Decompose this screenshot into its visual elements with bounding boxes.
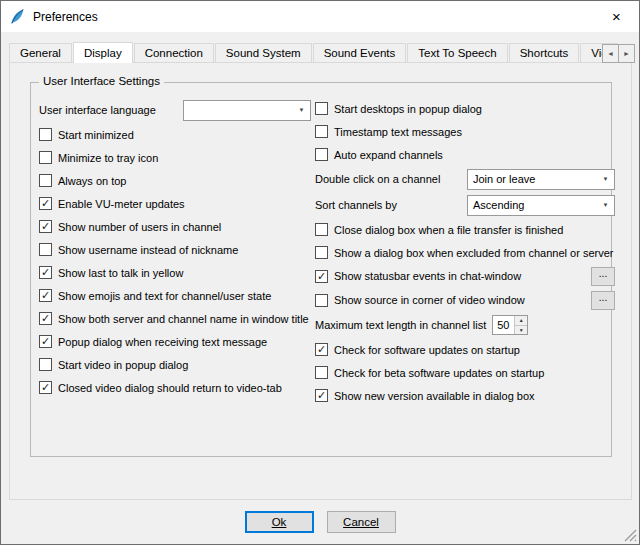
check-icon: ✓: [317, 271, 326, 282]
check-icon: ✓: [41, 336, 50, 347]
checkbox-row-emojis[interactable]: ✓ Show emojis and text for channel/user …: [39, 284, 311, 307]
checkbox-row-always-on-top[interactable]: ✓ Always on top: [39, 169, 311, 192]
checkbox-label: Always on top: [58, 175, 126, 187]
check-icon: ✓: [41, 382, 50, 393]
checkbox[interactable]: ✓: [39, 151, 52, 164]
checkbox-row-new-version-dialog[interactable]: ✓ Show new version available in dialog b…: [315, 384, 615, 407]
checkbox[interactable]: ✓: [39, 289, 52, 302]
checkbox-label: Show new version available in dialog box: [334, 390, 535, 402]
checkbox-label: Popup dialog when receiving text message: [58, 336, 267, 348]
checkbox-row-popup-text-message[interactable]: ✓ Popup dialog when receiving text messa…: [39, 330, 311, 353]
checkbox-label: Show a dialog box when excluded from cha…: [334, 247, 613, 259]
checkbox-row-minimize-to-tray[interactable]: ✓ Minimize to tray icon: [39, 146, 311, 169]
left-column: User interface language ▼ ✓ Start minimi…: [39, 97, 311, 399]
checkbox-label: Start desktops in popup dialog: [334, 103, 482, 115]
tab-display[interactable]: Display: [73, 42, 133, 63]
video-source-more-button[interactable]: ...: [591, 291, 615, 310]
checkbox-row-check-beta-updates[interactable]: ✓ Check for beta software updates on sta…: [315, 361, 615, 384]
checkbox[interactable]: ✓: [39, 358, 52, 371]
tab-sound-system[interactable]: Sound System: [215, 43, 312, 62]
check-icon: ✓: [41, 267, 50, 278]
checkbox-label: Timestamp text messages: [334, 126, 462, 138]
checkbox[interactable]: ✓: [39, 174, 52, 187]
checkbox[interactable]: ✓: [39, 128, 52, 141]
checkbox[interactable]: ✓: [39, 243, 52, 256]
checkbox[interactable]: ✓: [39, 381, 52, 394]
checkbox-row-user-count[interactable]: ✓ Show number of users in channel: [39, 215, 311, 238]
title-bar[interactable]: Preferences ×: [1, 1, 639, 32]
checkbox-label: Show statusbar events in chat-window: [334, 270, 521, 282]
resize-grip[interactable]: [624, 529, 637, 542]
spin-up-icon[interactable]: ▲: [515, 316, 527, 326]
tab-text-to-speech[interactable]: Text To Speech: [407, 43, 507, 62]
checkbox[interactable]: ✓: [39, 335, 52, 348]
checkbox-label: Check for beta software updates on start…: [334, 367, 544, 379]
checkbox-label: Start video in popup dialog: [58, 359, 188, 371]
spin-down-icon[interactable]: ▼: [515, 326, 527, 335]
scroll-left-icon[interactable]: ◄: [602, 44, 619, 63]
ok-button[interactable]: Ok: [245, 511, 314, 533]
checkbox-label: Show both server and channel name in win…: [58, 313, 309, 325]
tab-sound-events[interactable]: Sound Events: [313, 43, 407, 62]
max-text-length-label: Maximum text length in channel list: [315, 319, 486, 331]
checkbox-label: Minimize to tray icon: [58, 152, 158, 164]
checkbox-label: Show username instead of nickname: [58, 244, 238, 256]
tab-connection[interactable]: Connection: [134, 43, 214, 62]
checkbox[interactable]: ✓: [315, 246, 328, 259]
language-combobox[interactable]: ▼: [183, 100, 311, 121]
checkbox[interactable]: ✓: [315, 270, 328, 283]
chevron-down-icon[interactable]: ▼: [597, 196, 614, 215]
checkbox[interactable]: ✓: [315, 294, 328, 307]
statusbar-events-more-button[interactable]: ...: [591, 267, 615, 286]
app-icon: [9, 8, 26, 25]
checkbox-row-video-popup[interactable]: ✓ Start video in popup dialog: [39, 353, 311, 376]
checkbox-row-vu-meter[interactable]: ✓ Enable VU-meter updates: [39, 192, 311, 215]
checkbox-row-last-to-talk[interactable]: ✓ Show last to talk in yellow: [39, 261, 311, 284]
check-icon: ✓: [317, 390, 326, 401]
double-click-combobox[interactable]: Join or leave ▼: [467, 169, 615, 190]
checkbox[interactable]: ✓: [315, 148, 328, 161]
scroll-right-icon[interactable]: ►: [618, 44, 635, 63]
checkbox[interactable]: ✓: [39, 312, 52, 325]
checkbox[interactable]: ✓: [39, 220, 52, 233]
checkbox-row-close-on-transfer[interactable]: ✓ Close dialog box when a file transfer …: [315, 218, 615, 241]
sort-channels-combobox[interactable]: Ascending ▼: [467, 195, 615, 216]
checkbox-row-video-return-tab[interactable]: ✓ Closed video dialog should return to v…: [39, 376, 311, 399]
checkbox-label: Enable VU-meter updates: [58, 198, 185, 210]
spinbox-buttons: ▲ ▼: [514, 316, 527, 334]
checkbox[interactable]: ✓: [315, 366, 328, 379]
combobox-value: Join or leave: [468, 173, 597, 185]
cancel-button[interactable]: Cancel: [327, 511, 396, 533]
dialog-footer: Ok Cancel: [1, 511, 639, 533]
user-interface-settings-group: User Interface Settings User interface l…: [30, 82, 612, 457]
checkbox[interactable]: ✓: [315, 389, 328, 402]
tab-general[interactable]: General: [9, 43, 72, 62]
checkbox[interactable]: ✓: [315, 343, 328, 356]
tab-scroll-buttons: ◄ ►: [602, 44, 635, 63]
checkbox-row-username[interactable]: ✓ Show username instead of nickname: [39, 238, 311, 261]
close-icon[interactable]: ×: [594, 1, 639, 32]
preferences-dialog: Preferences × General Display Connection…: [0, 0, 640, 545]
checkbox-row-start-minimized[interactable]: ✓ Start minimized: [39, 123, 311, 146]
checkbox-row-statusbar-events[interactable]: ✓ Show statusbar events in chat-window .…: [315, 264, 615, 288]
checkbox[interactable]: ✓: [315, 102, 328, 115]
chevron-down-icon[interactable]: ▼: [293, 101, 310, 120]
tab-shortcuts[interactable]: Shortcuts: [509, 43, 580, 62]
checkbox[interactable]: ✓: [315, 223, 328, 236]
language-label: User interface language: [39, 104, 156, 116]
checkbox-row-window-title[interactable]: ✓ Show both server and channel name in w…: [39, 307, 311, 330]
checkbox-row-desktops-popup[interactable]: ✓ Start desktops in popup dialog: [315, 97, 615, 120]
checkbox-row-excluded-dialog[interactable]: ✓ Show a dialog box when excluded from c…: [315, 241, 615, 264]
max-text-length-spinbox[interactable]: 50 ▲ ▼: [492, 315, 528, 335]
checkbox[interactable]: ✓: [39, 266, 52, 279]
checkbox-row-video-source-corner[interactable]: ✓ Show source in corner of video window …: [315, 288, 615, 312]
checkbox-row-timestamp[interactable]: ✓ Timestamp text messages: [315, 120, 615, 143]
checkbox-row-check-updates[interactable]: ✓ Check for software updates on startup: [315, 338, 615, 361]
checkbox-row-auto-expand[interactable]: ✓ Auto expand channels: [315, 143, 615, 166]
sort-channels-row: Sort channels by Ascending ▼: [315, 192, 615, 218]
checkbox[interactable]: ✓: [315, 125, 328, 138]
checkbox-label: Start minimized: [58, 129, 134, 141]
checkbox[interactable]: ✓: [39, 197, 52, 210]
check-icon: ✓: [41, 198, 50, 209]
chevron-down-icon[interactable]: ▼: [597, 170, 614, 189]
